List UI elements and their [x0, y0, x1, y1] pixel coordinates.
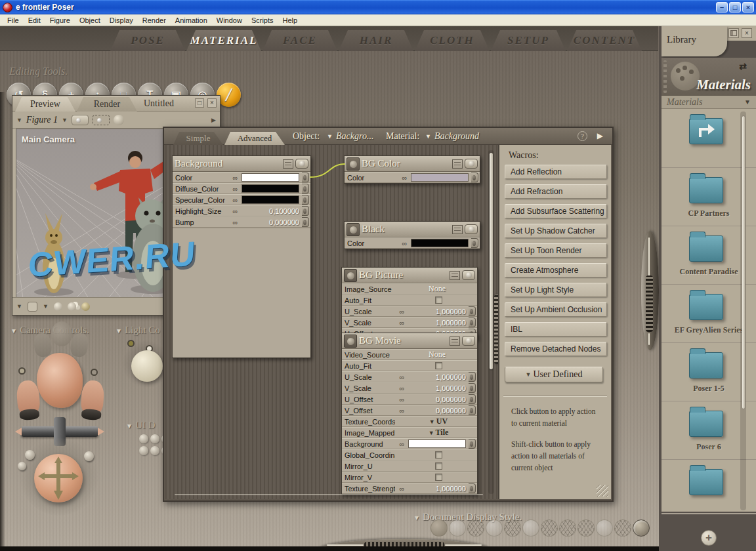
header-more-icon[interactable]: ▶	[597, 131, 603, 140]
node-bg-color[interactable]: BG ColorColor∞	[344, 155, 480, 184]
menu-render[interactable]: Render	[138, 15, 171, 26]
color-swatch[interactable]	[408, 439, 466, 448]
wacro-set-up-toon-render[interactable]: Set Up Toon Render	[505, 243, 607, 258]
multi-ball-icon[interactable]	[68, 302, 76, 311]
add-item-button[interactable]: +	[701, 530, 717, 546]
camera-key-right-icon[interactable]	[91, 369, 98, 376]
library-scrollbar-thumb[interactable]	[742, 115, 746, 409]
checkbox[interactable]	[435, 462, 442, 470]
ui-dots-label[interactable]: ▼UI D	[126, 420, 155, 431]
wacro-set-up-shadow-catcher[interactable]: Set Up Shadow Catcher	[505, 224, 607, 238]
chain-link-icon[interactable]: ∞	[228, 196, 242, 204]
room-tab-setup[interactable]: SETUP	[491, 30, 566, 51]
color-swatch[interactable]	[242, 184, 299, 193]
preview-eye-icon[interactable]	[465, 159, 478, 169]
ui-dot-5[interactable]	[150, 446, 159, 455]
ui-dot-1[interactable]	[139, 434, 148, 443]
object-dropdown-icon[interactable]: ▼	[327, 133, 333, 140]
input-plug-icon[interactable]	[344, 335, 357, 348]
folder-icon[interactable]	[689, 411, 723, 437]
checkbox[interactable]	[435, 474, 442, 481]
material-dropdown-icon[interactable]: ▼	[425, 133, 431, 140]
list-icon[interactable]	[452, 225, 463, 234]
room-tab-hair[interactable]: HAIR	[339, 30, 413, 51]
black-node-header[interactable]: Black	[345, 222, 480, 237]
node-graph-area[interactable]: BackgroundColor∞Diffuse_Color∞Specular_C…	[165, 145, 497, 499]
checkbox[interactable]	[435, 362, 442, 369]
param-value[interactable]: 0,100000	[242, 207, 299, 215]
preview-eye-icon[interactable]	[462, 336, 475, 346]
connector-plug[interactable]	[302, 173, 309, 182]
connector-plug[interactable]	[302, 195, 309, 205]
list-icon[interactable]	[452, 159, 463, 169]
tab-preview[interactable]: Preview	[15, 97, 75, 112]
display-style-flat-shaded[interactable]	[522, 520, 539, 537]
param-value[interactable]: 0,000000	[408, 407, 466, 415]
input-plug-icon[interactable]	[344, 269, 357, 282]
chain-link-icon[interactable]: ∞	[398, 239, 411, 247]
param-dropdown[interactable]: ▼UV	[429, 417, 448, 426]
figure-selector[interactable]: Figure 1	[26, 115, 58, 125]
chain-link-icon[interactable]: ∞	[228, 218, 242, 226]
menu-scripts[interactable]: Scripts	[247, 15, 278, 26]
ui-dot-2[interactable]	[150, 434, 159, 443]
menu-figure[interactable]: Figure	[45, 15, 75, 26]
tab-simple[interactable]: Simple	[173, 132, 223, 145]
param-value[interactable]: 1,000000	[408, 319, 466, 327]
connector-plug[interactable]	[302, 217, 309, 227]
shadow-dropdown-icon[interactable]: ▼	[43, 303, 49, 310]
material-value[interactable]: Background	[434, 131, 479, 142]
chain-link-icon[interactable]: ∞	[228, 185, 242, 193]
chain-link-icon[interactable]: ∞	[395, 485, 408, 493]
wacro-add-reflection[interactable]: Add Reflection	[505, 165, 607, 179]
close-button[interactable]: ×	[742, 2, 754, 12]
bg_color-node-header[interactable]: BG Color	[345, 156, 480, 172]
camera-dropdown-icon[interactable]: ▼	[62, 117, 68, 123]
document-header[interactable]: Preview Render Untitled □ ×	[12, 96, 220, 112]
user-defined-dropdown[interactable]: ▼ User Defined	[505, 367, 603, 382]
wacro-set-up-light-style[interactable]: Set Up Light Style	[505, 283, 607, 297]
single-ball-icon[interactable]	[54, 302, 62, 311]
help-icon[interactable]: ?	[578, 131, 587, 141]
close-icon[interactable]: ×	[207, 98, 217, 108]
object-value[interactable]: Backgro...	[336, 131, 373, 142]
folder-icon[interactable]	[689, 235, 723, 262]
menu-edit[interactable]: Edit	[24, 15, 45, 26]
node-scrollbar-track[interactable]	[488, 150, 494, 494]
node-scrollbar-thumb[interactable]	[490, 153, 493, 369]
material-header[interactable]: Simple Advanced Object: ▼ Backgro... Mat…	[164, 128, 612, 145]
param-value[interactable]: 1,000000	[408, 485, 466, 493]
wacro-add-subsurface-scattering[interactable]: Add Subsurface Scattering	[505, 204, 607, 218]
camera-hand-right-ghost-icon[interactable]	[70, 332, 90, 357]
display-style-flat-lined[interactable]	[541, 520, 558, 537]
connector-plug[interactable]	[302, 206, 309, 216]
library-close-icon[interactable]: ×	[742, 28, 752, 38]
room-tab-cloth[interactable]: CLOTH	[415, 30, 490, 51]
camera-key-left-icon[interactable]	[18, 367, 26, 375]
light-controls-label[interactable]: ▼Light Co	[116, 325, 160, 336]
camera-icon[interactable]	[72, 115, 89, 125]
restore-button[interactable]: □	[729, 2, 741, 12]
node-bg-picture[interactable]: BG PictureImage_SourceNoneAuto_FitU_Scal…	[341, 267, 478, 340]
room-tab-pose[interactable]: POSE	[110, 30, 185, 51]
pose-dropdown-icon[interactable]: ▼	[16, 303, 22, 310]
preview-eye-icon[interactable]	[462, 270, 475, 280]
menu-help[interactable]: Help	[278, 15, 303, 26]
menu-window[interactable]: Window	[212, 15, 247, 26]
light-key-1[interactable]	[127, 340, 135, 347]
connector-plug[interactable]	[469, 394, 476, 404]
camera-face-trackball[interactable]	[37, 353, 83, 408]
chain-link-icon[interactable]: ∞	[395, 308, 408, 316]
bg_picture-node-header[interactable]: BG Picture	[342, 268, 477, 283]
wacro-add-refraction[interactable]: Add Refraction	[505, 184, 607, 199]
camera-hand-left-ghost-icon[interactable]	[33, 332, 53, 357]
connector-plug[interactable]	[302, 184, 309, 194]
display-style-silhouette[interactable]	[430, 520, 448, 537]
chain-link-icon[interactable]: ∞	[395, 396, 408, 403]
list-icon[interactable]	[450, 337, 460, 346]
connector-plug[interactable]	[469, 306, 476, 316]
camera-trackball[interactable]	[34, 454, 83, 502]
node-bg-movie[interactable]: BG MovieVideo_SourceNoneAuto_FitU_Scale∞…	[341, 333, 478, 495]
param-value[interactable]: 0,000000	[242, 218, 299, 226]
display-style-cartoon-lined[interactable]	[578, 520, 595, 537]
